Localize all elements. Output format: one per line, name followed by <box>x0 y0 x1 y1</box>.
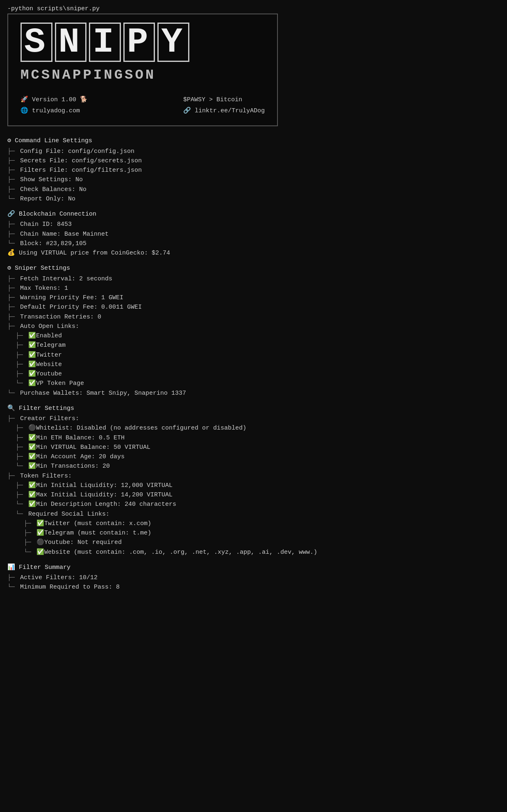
auto-open-telegram: ├─ ✅ Telegram <box>7 341 500 350</box>
sniper-settings-section: ⚙️ Sniper Settings ├─ Fetch Interval: 2 … <box>7 264 500 398</box>
terminal-command: -python scripts\sniper.py <box>7 4 500 14</box>
min-virtual-balance-line: ├─ ✅ Min VIRTUAL Balance: 50 VIRTUAL <box>7 443 500 452</box>
creator-filters-label-line: ├─ Creator Filters: <box>7 414 500 423</box>
logo-I: I <box>89 23 121 62</box>
blockchain-header: 🔗 Blockchain Connection <box>7 209 500 219</box>
chain-name-line: ├─ Chain Name: Base Mainnet <box>7 230 500 239</box>
token-filters-label-line: ├─ Token Filters: <box>7 471 500 481</box>
banner-title-area: S N I P Y <box>20 23 265 62</box>
warning-priority-line: ├─ Warning Priority Fee: 1 GWEI <box>7 293 500 303</box>
filter-settings-section: 🔍 Filter Settings ├─ Creator Filters: ├─… <box>7 404 500 557</box>
filter-settings-header: 🔍 Filter Settings <box>7 404 500 413</box>
auto-open-website: ├─ ✅ Website <box>7 360 500 369</box>
min-transactions-line: └─ ✅ Min Transactions: 20 <box>7 462 500 471</box>
max-initial-liquidity-line: ├─ ✅ Max Initial Liquidity: 14,200 VIRTU… <box>7 490 500 500</box>
whitelist-line: ├─ ⚫ Whitelist: Disabled (no addresses c… <box>7 423 500 433</box>
auto-open-youtube: ├─ ✅ Youtube <box>7 369 500 379</box>
block-line: └─ Block: #23,829,105 <box>7 239 500 248</box>
auto-open-enabled: ├─ ✅ Enabled <box>7 331 500 341</box>
min-account-age-line: ├─ ✅ Min Account Age: 20 days <box>7 452 500 462</box>
tx-retries-line: ├─ Transaction Retries: 0 <box>7 312 500 322</box>
logo-P: P <box>123 23 155 62</box>
blockchain-section: 🔗 Blockchain Connection ├─ Chain ID: 845… <box>7 209 500 258</box>
default-priority-line: ├─ Default Priority Fee: 0.0011 GWEI <box>7 303 500 312</box>
logo-N: N <box>55 23 87 62</box>
price-line: 💰 Using VIRTUAL price from CoinGecko: $2… <box>7 248 500 258</box>
banner-box: S N I P Y MCSNAPPINGSON 🚀 Version 1.00 🐕… <box>7 14 278 126</box>
config-file-line: ├─ Config File: config/config.json <box>7 147 500 156</box>
show-settings-line: ├─ Show Settings: No <box>7 175 500 184</box>
command-line-settings-section: ⚙️ Command Line Settings ├─ Config File:… <box>7 136 500 204</box>
twitter-social-line: ├─ ✅ Twitter (must contain: x.com) <box>7 519 500 528</box>
sniper-settings-header: ⚙️ Sniper Settings <box>7 264 500 273</box>
banner-meta: 🚀 Version 1.00 🐕 🌐 trulyadog.com $PAWSY … <box>20 95 265 116</box>
report-only-line: └─ Report Only: No <box>7 194 500 204</box>
fetch-interval-line: ├─ Fetch Interval: 2 seconds <box>7 274 500 284</box>
auto-open-vp-token: └─ ✅ VP Token Page <box>7 379 500 388</box>
min-description-length-line: └─ ✅ Min Description Length: 240 charact… <box>7 500 500 509</box>
filter-summary-header: 📊 Filter Summary <box>7 563 500 572</box>
youtube-social-line: ├─ ⚫ Youtube: Not required <box>7 538 500 547</box>
command-line-settings-header: ⚙️ Command Line Settings <box>7 136 500 146</box>
required-social-label-line: └─ Required Social Links: <box>7 509 500 519</box>
banner-meta-left: 🚀 Version 1.00 🐕 🌐 trulyadog.com <box>20 95 88 116</box>
active-filters-line: ├─ Active Filters: 10/12 <box>7 573 500 582</box>
auto-open-twitter: ├─ ✅ Twitter <box>7 350 500 360</box>
min-initial-liquidity-line: ├─ ✅ Min Initial Liquidity: 12,000 VIRTU… <box>7 481 500 490</box>
logo-Y: Y <box>157 23 189 62</box>
banner-subtitle-area: MCSNAPPINGSON <box>20 64 265 86</box>
purchase-wallets-line: └─ Purchase Wallets: Smart Snipy, Snaper… <box>7 389 500 398</box>
minimum-required-line: └─ Minimum Required to Pass: 8 <box>7 582 500 592</box>
website-social-line: └─ ✅ Website (must contain: .com, .io, .… <box>7 548 500 557</box>
chain-id-line: ├─ Chain ID: 8453 <box>7 220 500 229</box>
filter-summary-section: 📊 Filter Summary ├─ Active Filters: 10/1… <box>7 563 500 592</box>
banner-meta-right: $PAWSY > Bitcoin 🔗 linktr.ee/TrulyADog <box>183 95 265 116</box>
secrets-file-line: ├─ Secrets File: config/secrets.json <box>7 156 500 166</box>
telegram-social-line: ├─ ✅ Telegram (must contain: t.me) <box>7 528 500 538</box>
max-tokens-line: ├─ Max Tokens: 1 <box>7 284 500 293</box>
logo-S: S <box>20 23 52 62</box>
min-eth-balance-line: ├─ ✅ Min ETH Balance: 0.5 ETH <box>7 433 500 443</box>
filters-file-line: ├─ Filters File: config/filters.json <box>7 166 500 175</box>
auto-open-label-line: ├─ Auto Open Links: <box>7 322 500 331</box>
check-balances-line: ├─ Check Balances: No <box>7 185 500 194</box>
